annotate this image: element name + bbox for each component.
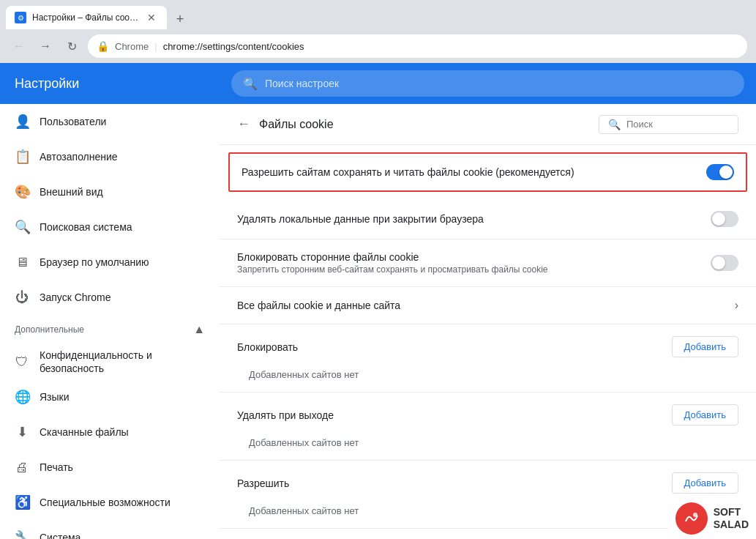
tab-close-button[interactable]: ✕	[145, 11, 158, 24]
all-cookies-chevron-icon: ›	[735, 299, 738, 312]
allow-cookies-label: Разрешить сайтам сохранять и читать файл…	[242, 166, 706, 178]
content-back-button[interactable]: ←	[237, 116, 250, 132]
search-engine-icon: 🔍	[15, 219, 29, 235]
svg-point-1	[693, 513, 697, 517]
content-area: ← Файлы cookie 🔍 Разрешить сайтам сохран…	[220, 104, 756, 539]
search-icon: 🔍	[243, 77, 258, 91]
tab-title: Настройки – Файлы cookie	[32, 12, 139, 23]
watermark: SOFT SALAD	[668, 498, 756, 539]
appearance-icon: 🎨	[15, 184, 29, 200]
allow-add-button[interactable]: Добавить	[672, 472, 738, 494]
block-add-button[interactable]: Добавить	[672, 336, 738, 357]
clear-on-close-label: Удалять локальные данные при закрытии бр…	[237, 213, 711, 225]
block-third-party-row: Блокировать сторонние файлы cookie Запре…	[220, 239, 756, 287]
allow-cookies-toggle[interactable]	[706, 164, 734, 180]
sidebar-item-appearance[interactable]: 🎨 Внешний вид	[0, 174, 220, 209]
block-empty-text: Добавленных сайтов нет	[220, 363, 756, 393]
content-title: Файлы cookie	[259, 118, 334, 131]
sidebar-item-accessibility[interactable]: ♿ Специальные возможности	[0, 485, 220, 520]
browser-icon: 🖥	[15, 255, 29, 270]
toggle-thumb-on	[719, 166, 733, 179]
block-third-party-label: Блокировать сторонние файлы cookie	[237, 251, 548, 263]
back-button[interactable]: ←	[9, 36, 29, 56]
allow-section-header: Разрешить Добавить	[220, 461, 756, 499]
sidebar-item-system[interactable]: 🔧 Система	[0, 520, 220, 539]
users-icon: 👤	[15, 114, 29, 130]
allow-section-title: Разрешить	[237, 477, 289, 489]
clear-on-close-toggle[interactable]	[711, 211, 738, 227]
clear-on-close-row: Удалять локальные данные при закрытии бр…	[220, 199, 756, 239]
content-search-input[interactable]	[626, 119, 729, 130]
delete-section-header: Удалять при выходе Добавить	[220, 393, 756, 431]
new-tab-button[interactable]: +	[170, 9, 190, 29]
languages-icon: 🌐	[15, 389, 29, 405]
sidebar-item-users[interactable]: 👤 Пользователи	[0, 104, 220, 139]
sidebar-item-browser[interactable]: 🖥 Браузер по умолчанию	[0, 245, 220, 280]
advanced-collapse-icon[interactable]: ▲	[193, 323, 205, 336]
sidebar-item-autofill[interactable]: 📋 Автозаполнение	[0, 139, 220, 174]
privacy-icon: 🛡	[15, 354, 29, 370]
delete-section-title: Удалять при выходе	[237, 409, 334, 421]
toggle-thumb-off2	[712, 256, 725, 270]
accessibility-icon: ♿	[15, 494, 29, 510]
content-search-bar[interactable]: 🔍	[599, 115, 738, 134]
settings-search-input[interactable]	[265, 78, 733, 89]
autofill-icon: 📋	[15, 149, 29, 165]
all-cookies-label: Все файлы cookie и данные сайта	[237, 300, 735, 311]
sidebar-item-search[interactable]: 🔍 Поисковая система	[0, 209, 220, 245]
delete-add-button[interactable]: Добавить	[672, 404, 738, 425]
allow-cookies-highlighted-row: Разрешить сайтам сохранять и читать файл…	[228, 152, 747, 192]
forward-button[interactable]: →	[35, 36, 56, 56]
address-bar[interactable]: 🔒 Chrome | chrome://settings/content/coo…	[88, 34, 747, 58]
toggle-thumb-off	[712, 212, 725, 226]
chrome-label: Chrome	[115, 41, 149, 52]
sidebar-item-startup[interactable]: ⏻ Запуск Chrome	[0, 280, 220, 315]
sidebar-item-print[interactable]: 🖨 Печать	[0, 450, 220, 485]
downloads-icon: ⬇	[15, 424, 29, 440]
watermark-text: SOFT SALAD	[714, 506, 749, 531]
url-separator: |	[154, 41, 157, 52]
search-header: 🔍	[220, 63, 756, 104]
watermark-logo	[675, 502, 708, 535]
sidebar-title: Настройки	[0, 63, 220, 104]
url-text: chrome://settings/content/cookies	[163, 41, 304, 52]
startup-icon: ⏻	[15, 290, 29, 305]
block-section-title: Блокировать	[237, 341, 298, 353]
sidebar: Настройки 👤 Пользователи 📋 Автозаполнени…	[0, 63, 220, 539]
site-security-icon: 🔒	[97, 40, 109, 52]
block-third-party-text: Блокировать сторонние файлы cookie Запре…	[237, 251, 548, 275]
allow-cookies-setting-row: Разрешить сайтам сохранять и читать файл…	[230, 154, 746, 190]
content-header: ← Файлы cookie 🔍	[220, 104, 756, 145]
tab-favicon: ⚙	[15, 12, 26, 23]
block-third-party-sublabel: Запретить сторонним веб-сайтам сохранять…	[237, 264, 548, 275]
block-third-party-toggle[interactable]	[711, 255, 738, 271]
settings-search-bar[interactable]: 🔍	[231, 70, 744, 97]
advanced-section-title: Дополнительные ▲	[0, 315, 220, 344]
sidebar-item-downloads[interactable]: ⬇ Скачанные файлы	[0, 415, 220, 450]
active-tab[interactable]: ⚙ Настройки – Файлы cookie ✕	[6, 6, 167, 29]
sidebar-item-languages[interactable]: 🌐 Языки	[0, 379, 220, 415]
delete-empty-text: Добавленных сайтов нет	[220, 431, 756, 461]
print-icon: 🖨	[15, 460, 29, 475]
system-icon: 🔧	[15, 529, 29, 539]
all-cookies-link-row[interactable]: Все файлы cookie и данные сайта ›	[220, 287, 756, 324]
block-section-header: Блокировать Добавить	[220, 324, 756, 363]
refresh-button[interactable]: ↻	[61, 36, 82, 56]
sidebar-item-privacy[interactable]: 🛡 Конфиденциальность и безопасность	[0, 344, 220, 379]
content-search-icon: 🔍	[608, 119, 621, 130]
